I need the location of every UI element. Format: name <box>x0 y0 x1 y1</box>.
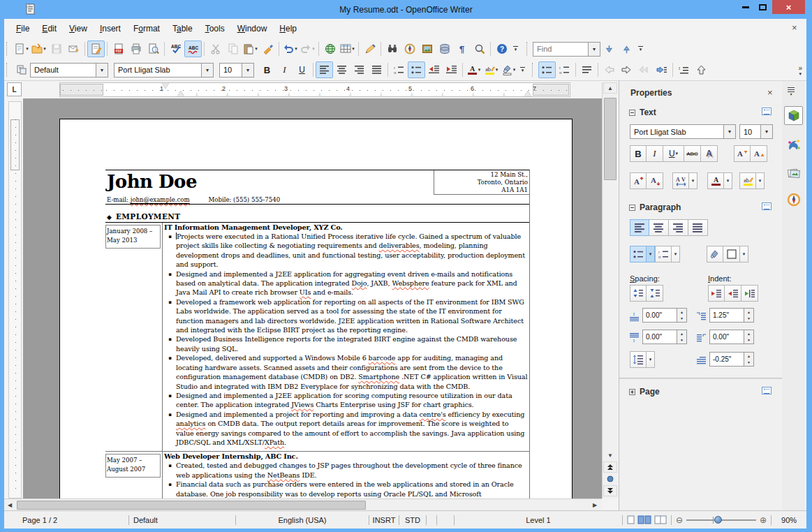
align-center-button[interactable] <box>649 219 669 236</box>
chevron-down-icon[interactable]: ▾ <box>588 43 600 56</box>
insert-mode-field[interactable]: INSRT <box>369 511 399 529</box>
decrease-spacing-button[interactable] <box>647 285 663 302</box>
draw-functions-button[interactable] <box>361 40 378 57</box>
previous-page-button[interactable] <box>603 461 617 473</box>
font-color-button[interactable]: A▾ <box>465 61 482 78</box>
close-document-icon[interactable]: × <box>792 22 797 33</box>
export-pdf-button[interactable]: PDF <box>110 40 127 57</box>
chevron-down-icon[interactable]: ▾ <box>672 246 680 263</box>
first-line-indent-marker[interactable] <box>162 83 169 89</box>
switch-indent-button[interactable] <box>741 285 758 302</box>
spellcheck-button[interactable]: ABC <box>167 40 184 57</box>
page-number-field[interactable]: Page 1 / 2 <box>4 511 128 529</box>
restart-numbering-button[interactable]: I <box>675 61 693 78</box>
email-link[interactable]: john@example.com <box>131 196 190 203</box>
toolbar-overflow-button[interactable]: ▾ <box>513 46 518 52</box>
character-spacing-button[interactable]: AV <box>672 172 689 189</box>
spin-up-icon[interactable]: ▲ <box>677 330 686 337</box>
vertical-scrollbar[interactable]: ▲ ▼ <box>602 82 617 498</box>
undo-button[interactable]: ▾ <box>281 40 299 57</box>
tab-gallery[interactable] <box>784 163 803 182</box>
spin-down-icon[interactable]: ▼ <box>677 316 686 323</box>
decrease-indent-button[interactable] <box>725 285 741 302</box>
numbered-list-button[interactable]: III <box>655 246 672 263</box>
navigation-button[interactable] <box>603 473 617 485</box>
formatting-marks-button[interactable]: ¶ <box>453 40 471 57</box>
align-left-button[interactable] <box>316 61 333 78</box>
horizontal-scroll-thumb[interactable] <box>17 501 366 510</box>
navigator-button[interactable] <box>401 40 418 57</box>
ruler-corner[interactable]: L <box>7 82 22 96</box>
zoom-in-icon[interactable]: ⊕ <box>760 515 767 525</box>
chevron-down-icon[interactable]: ▾ <box>242 64 253 77</box>
menu-file[interactable]: File <box>10 21 36 36</box>
spin-down-icon[interactable]: ▼ <box>677 337 686 344</box>
single-page-view-icon[interactable] <box>627 515 635 524</box>
below-spacing-field[interactable]: 0.00"▲▼ <box>642 330 687 344</box>
background-color-swatch[interactable] <box>723 246 740 263</box>
line-spacing-button[interactable] <box>630 351 647 368</box>
selection-mode-field[interactable]: STD <box>399 511 426 529</box>
tab-properties[interactable] <box>784 106 803 125</box>
bold-button[interactable]: B <box>258 61 276 78</box>
sidebar-font-size-combo[interactable]: 10▾ <box>739 124 773 139</box>
new-document-button[interactable]: ▾ <box>13 40 30 57</box>
page-preview-button[interactable] <box>145 40 162 57</box>
menu-window[interactable]: Window <box>231 21 274 36</box>
zoom-out-icon[interactable]: ⊖ <box>676 515 683 525</box>
font-size-combo[interactable]: 10▾ <box>219 63 254 77</box>
promote-level-button[interactable] <box>600 61 618 78</box>
first-line-indent-field[interactable]: -0.25"▲▼ <box>709 352 754 367</box>
numbering-on-off-button[interactable]: III <box>556 61 573 78</box>
minimize-button[interactable] <box>739 0 753 14</box>
collapse-icon[interactable] <box>629 205 635 211</box>
increase-spacing-button[interactable] <box>630 285 647 302</box>
decrease-indent-button[interactable] <box>425 61 443 78</box>
left-indent-marker[interactable] <box>177 91 184 96</box>
autospellcheck-button[interactable]: ABC <box>184 40 202 57</box>
save-button[interactable] <box>47 40 65 57</box>
decrease-font-button[interactable]: A <box>751 145 767 162</box>
underline-button[interactable]: U <box>293 61 311 78</box>
background-color-button[interactable]: ▾ <box>500 61 517 78</box>
toolbar-overflow-button[interactable]: ▾ <box>520 67 525 73</box>
spin-up-icon[interactable]: ▲ <box>744 309 753 316</box>
find-previous-button[interactable] <box>618 40 635 57</box>
help-button[interactable]: ? <box>493 40 510 57</box>
maximize-button[interactable] <box>755 0 769 14</box>
sidebar-font-name-combo[interactable]: Port Lligat Slab▾ <box>630 124 736 139</box>
open-button[interactable]: ▾ <box>30 40 47 57</box>
italic-button[interactable]: I <box>647 145 663 162</box>
email-button[interactable] <box>65 40 82 57</box>
scroll-up-button[interactable]: ▲ <box>603 82 617 94</box>
list-toolbar-grip[interactable] <box>532 63 535 77</box>
paragraph-section-header[interactable]: Paragraph <box>629 202 681 212</box>
spin-down-icon[interactable]: ▼ <box>744 360 753 367</box>
document-page[interactable]: John Doe 12 Main St., Toronto, Ontario A… <box>59 119 573 498</box>
bullets-on-off-button[interactable] <box>538 61 556 78</box>
print-button[interactable] <box>127 40 145 57</box>
tab-navigator[interactable] <box>784 190 803 209</box>
menu-view[interactable]: View <box>63 21 94 36</box>
toolbar-grip[interactable] <box>6 63 9 77</box>
collapse-icon[interactable] <box>629 110 635 116</box>
insert-table-button[interactable]: ▾ <box>339 40 356 57</box>
vertical-ruler[interactable] <box>8 101 22 498</box>
align-right-button[interactable] <box>350 61 368 78</box>
zoom-button[interactable] <box>471 40 488 57</box>
find-toolbar-grip[interactable] <box>526 42 529 56</box>
menu-edit[interactable]: Edit <box>36 21 63 36</box>
chevron-down-icon[interactable]: ▾ <box>724 172 732 189</box>
gallery-button[interactable] <box>418 40 436 57</box>
menu-insert[interactable]: Insert <box>94 21 127 36</box>
background-color-button[interactable] <box>707 246 723 263</box>
align-justify-button[interactable] <box>368 61 385 78</box>
zoom-slider[interactable] <box>686 519 756 521</box>
toolbar-grip[interactable] <box>6 42 9 56</box>
menu-table[interactable]: Table <box>166 21 199 36</box>
scroll-right-button[interactable]: ▶ <box>589 500 600 510</box>
sidebar-close-icon[interactable]: × <box>767 87 773 98</box>
spin-down-icon[interactable]: ▼ <box>744 316 753 323</box>
spin-down-icon[interactable]: ▼ <box>744 337 753 344</box>
align-justify-button[interactable] <box>688 219 708 236</box>
